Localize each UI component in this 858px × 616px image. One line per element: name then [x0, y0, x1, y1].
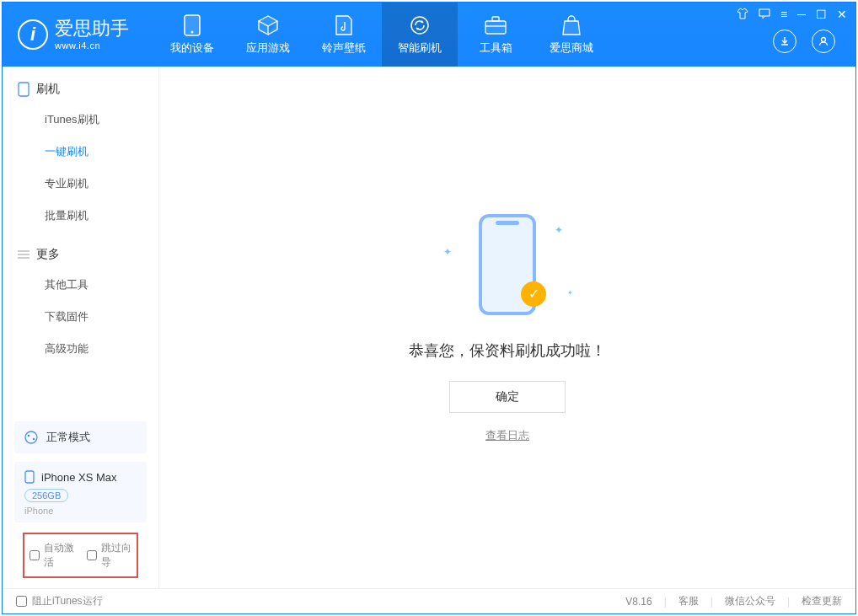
shirt-icon[interactable]: [737, 8, 748, 22]
sidebar-item-batch-flash[interactable]: 批量刷机: [3, 200, 158, 232]
success-message: 恭喜您，保资料刷机成功啦！: [409, 340, 606, 361]
music-file-icon: [335, 13, 353, 37]
nav-my-device[interactable]: 我的设备: [154, 3, 230, 67]
confirm-button[interactable]: 确定: [449, 381, 566, 413]
app-subtitle: www.i4.cn: [55, 40, 129, 51]
skip-guide-checkbox[interactable]: 跳过向导: [87, 541, 132, 570]
nav-toolbox[interactable]: 工具箱: [458, 3, 534, 67]
nav-label: 爱思商城: [550, 40, 593, 56]
sidebar-item-pro-flash[interactable]: 专业刷机: [3, 168, 158, 200]
mode-label: 正常模式: [46, 430, 90, 445]
nav-label: 工具箱: [480, 40, 512, 56]
user-icon[interactable]: [812, 29, 835, 53]
main-content: ✦ ✦ ✦ ✓ 恭喜您，保资料刷机成功啦！ 确定 查看日志: [159, 67, 855, 588]
sidebar-item-oneclick-flash[interactable]: 一键刷机: [3, 136, 158, 168]
sparkle-icon: ✦: [555, 224, 563, 236]
window-controls: ≡ ─ ☐ ✕: [737, 8, 847, 22]
sidebar-item-download-firmware[interactable]: 下载固件: [3, 301, 158, 333]
mode-icon: [24, 431, 38, 444]
support-link[interactable]: 客服: [678, 594, 699, 608]
version-label: V8.16: [625, 596, 652, 608]
maximize-button[interactable]: ☐: [816, 8, 827, 22]
svg-point-13: [28, 435, 30, 437]
sidebar: 刷机 iTunes刷机 一键刷机 专业刷机 批量刷机 更多 其: [3, 67, 159, 588]
sidebar-item-itunes-flash[interactable]: iTunes刷机: [3, 104, 158, 136]
sidebar-group-more: 更多: [3, 247, 158, 269]
sparkle-icon: ✦: [567, 289, 573, 297]
logo-icon: i: [18, 19, 48, 50]
opt-label: 跳过向导: [101, 541, 132, 570]
view-log-link[interactable]: 查看日志: [485, 428, 529, 443]
device-name-label: iPhone XS Max: [41, 471, 117, 484]
mode-card[interactable]: 正常模式: [14, 421, 147, 453]
sidebar-item-advanced[interactable]: 高级功能: [3, 333, 158, 365]
refresh-shield-icon: [409, 13, 431, 37]
nav-ringtones[interactable]: 铃声壁纸: [306, 3, 382, 67]
svg-point-14: [33, 438, 35, 441]
phone-icon: [18, 82, 29, 97]
sidebar-group-flash: 刷机: [3, 82, 158, 104]
top-nav: 我的设备 应用游戏 铃声壁纸 智能刷机 工具箱 爱思商城: [154, 3, 609, 67]
app-title: 爱思助手: [55, 19, 129, 39]
group-label: 刷机: [36, 82, 60, 97]
svg-rect-8: [19, 83, 29, 96]
download-icon[interactable]: [773, 29, 796, 53]
header-right-icons: [773, 29, 835, 53]
block-itunes-label: 阻止iTunes运行: [32, 594, 103, 608]
check-icon: ✓: [521, 281, 546, 307]
svg-rect-4: [492, 17, 499, 21]
svg-point-6: [822, 38, 826, 42]
svg-point-2: [411, 17, 428, 34]
wechat-link[interactable]: 微信公众号: [725, 594, 775, 608]
svg-point-12: [25, 431, 37, 443]
menu-icon[interactable]: ≡: [780, 8, 787, 22]
device-card[interactable]: iPhone XS Max 256GB iPhone: [14, 462, 147, 522]
options-row: 自动激活 跳过向导: [23, 533, 138, 578]
nav-label: 我的设备: [170, 40, 214, 56]
device-icon: [184, 13, 201, 37]
nav-apps-games[interactable]: 应用游戏: [230, 3, 306, 67]
cube-icon: [257, 13, 279, 37]
nav-label: 智能刷机: [398, 40, 442, 56]
nav-label: 铃声壁纸: [322, 40, 366, 56]
feedback-icon[interactable]: [759, 8, 770, 22]
svg-rect-7: [759, 9, 770, 16]
device-storage-pill: 256GB: [24, 489, 68, 502]
app-logo: i 爱思助手 www.i4.cn: [18, 19, 129, 50]
sparkle-icon: ✦: [443, 246, 452, 258]
success-illustration: ✦ ✦ ✦ ✓: [440, 212, 575, 322]
group-label: 更多: [36, 247, 60, 262]
sidebar-item-other-tools[interactable]: 其他工具: [3, 269, 158, 301]
titlebar: i 爱思助手 www.i4.cn 我的设备 应用游戏 铃声壁纸 智能刷机: [3, 3, 855, 67]
nav-label: 应用游戏: [246, 40, 290, 56]
nav-smart-flash[interactable]: 智能刷机: [382, 3, 458, 67]
status-bar: 阻止iTunes运行 V8.16 | 客服 | 微信公众号 | 检查更新: [3, 588, 855, 613]
close-button[interactable]: ✕: [837, 8, 847, 22]
check-update-link[interactable]: 检查更新: [802, 594, 842, 608]
nav-store[interactable]: 爱思商城: [534, 3, 609, 67]
auto-activate-checkbox[interactable]: 自动激活: [29, 541, 75, 570]
svg-rect-15: [25, 471, 34, 483]
device-phone-icon: [24, 470, 35, 484]
bag-icon: [561, 13, 582, 37]
device-type-label: iPhone: [24, 506, 137, 516]
toolbox-icon: [484, 13, 507, 37]
minimize-button[interactable]: ─: [797, 8, 806, 22]
svg-point-1: [191, 31, 194, 34]
svg-rect-3: [485, 21, 506, 34]
list-icon: [18, 249, 29, 260]
opt-label: 自动激活: [44, 541, 75, 570]
block-itunes-checkbox[interactable]: 阻止iTunes运行: [16, 594, 103, 608]
